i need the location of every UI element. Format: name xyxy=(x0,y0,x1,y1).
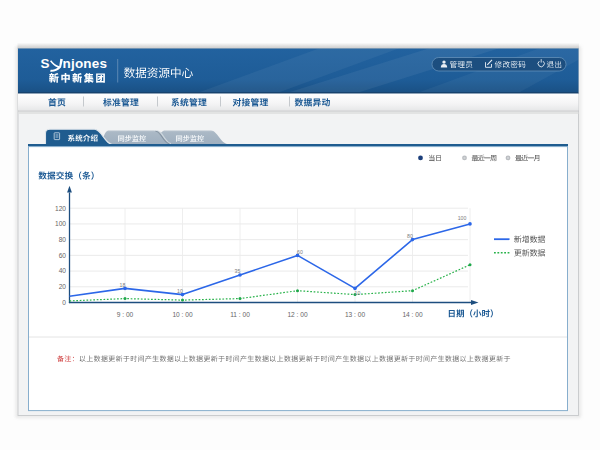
svg-text:10: 10 xyxy=(177,288,183,294)
svg-text:9 : 00: 9 : 00 xyxy=(117,311,134,318)
svg-text:40: 40 xyxy=(59,267,67,274)
svg-text:0: 0 xyxy=(62,299,66,306)
svg-text:10 : 00: 10 : 00 xyxy=(172,311,192,318)
svg-text:14 : 00: 14 : 00 xyxy=(402,311,422,318)
svg-text:60: 60 xyxy=(59,252,67,259)
svg-text:njones: njones xyxy=(63,56,108,71)
svg-text:60: 60 xyxy=(297,249,303,255)
svg-text:120: 120 xyxy=(55,205,66,212)
svg-text:11 : 00: 11 : 00 xyxy=(230,311,250,318)
svg-text:80: 80 xyxy=(59,236,67,243)
svg-text:35: 35 xyxy=(235,268,241,274)
svg-text:13 : 00: 13 : 00 xyxy=(345,311,365,318)
svg-text:100: 100 xyxy=(55,220,66,227)
svg-text:12 : 00: 12 : 00 xyxy=(287,311,307,318)
svg-text:18: 18 xyxy=(120,282,126,288)
svg-text:80: 80 xyxy=(407,233,413,239)
svg-text:20: 20 xyxy=(59,283,67,290)
svg-text:10: 10 xyxy=(355,290,361,296)
svg-text:S: S xyxy=(41,56,50,71)
svg-text:100: 100 xyxy=(458,215,467,221)
